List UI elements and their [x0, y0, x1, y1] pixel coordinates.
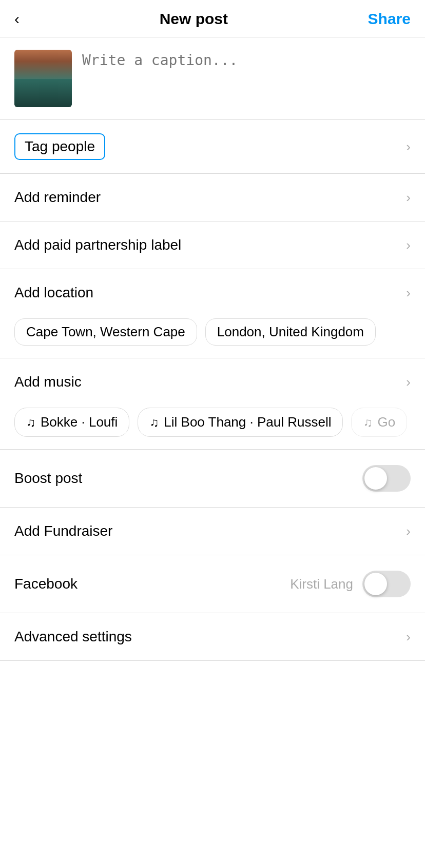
caption-area: [0, 37, 425, 120]
music-chip-bokke-label: Bokke · Loufi: [41, 414, 118, 430]
location-chip-cape-town-label: Cape Town, Western Cape: [26, 324, 185, 340]
advanced-settings-row[interactable]: Advanced settings ›: [0, 613, 425, 661]
music-chip-third[interactable]: ♫ Go: [351, 408, 407, 437]
facebook-user: Kirsti Lang: [290, 576, 353, 592]
tag-people-label: Tag people: [25, 138, 95, 154]
tag-people-box: Tag people: [14, 133, 105, 160]
add-fundraiser-chevron: ›: [406, 523, 411, 539]
facebook-right: Kirsti Lang: [290, 571, 411, 597]
music-chips-container: ♫ Bokke · Loufi ♫ Lil Boo Thang · Paul R…: [0, 399, 425, 450]
add-paid-partnership-label: Add paid partnership label: [14, 237, 181, 253]
boost-post-label: Boost post: [14, 470, 82, 487]
music-chip-third-label: Go: [377, 414, 395, 430]
tag-people-chevron: ›: [406, 139, 411, 155]
location-chip-london-label: London, United Kingdom: [217, 324, 364, 340]
add-music-row[interactable]: Add music ›: [0, 358, 425, 399]
add-fundraiser-label: Add Fundraiser: [14, 523, 112, 539]
music-note-icon-lil-boo: ♫: [149, 415, 159, 430]
add-location-chevron: ›: [406, 285, 411, 301]
music-note-icon-bokke: ♫: [26, 415, 35, 430]
music-note-icon-third: ♫: [363, 415, 372, 430]
add-reminder-label: Add reminder: [14, 189, 101, 206]
boost-post-toggle[interactable]: [362, 465, 411, 492]
thumbnail-image: [14, 50, 72, 107]
caption-input[interactable]: [82, 50, 411, 103]
add-location-row[interactable]: Add location ›: [0, 269, 425, 310]
add-location-label: Add location: [14, 285, 93, 301]
location-chip-cape-town[interactable]: Cape Town, Western Cape: [14, 318, 197, 346]
add-music-chevron: ›: [406, 374, 411, 390]
share-button[interactable]: Share: [368, 10, 411, 28]
music-chip-bokke[interactable]: ♫ Bokke · Loufi: [14, 408, 129, 437]
facebook-toggle-thumb: [364, 573, 387, 595]
toggle-thumb: [364, 467, 387, 490]
music-chip-lil-boo[interactable]: ♫ Lil Boo Thang · Paul Russell: [138, 408, 343, 437]
page-title: New post: [160, 10, 228, 28]
advanced-settings-chevron: ›: [406, 629, 411, 645]
add-reminder-row[interactable]: Add reminder ›: [0, 174, 425, 221]
add-paid-partnership-row[interactable]: Add paid partnership label ›: [0, 221, 425, 269]
location-chips-container: Cape Town, Western Cape London, United K…: [0, 310, 425, 358]
facebook-row[interactable]: Facebook Kirsti Lang: [0, 555, 425, 613]
header: ‹ New post Share: [0, 0, 425, 37]
music-chip-lil-boo-label: Lil Boo Thang · Paul Russell: [164, 414, 331, 430]
add-music-label: Add music: [14, 374, 82, 390]
back-button[interactable]: ‹: [14, 11, 20, 27]
add-fundraiser-row[interactable]: Add Fundraiser ›: [0, 508, 425, 555]
location-chip-london[interactable]: London, United Kingdom: [205, 318, 376, 346]
tag-people-row[interactable]: Tag people ›: [0, 120, 425, 174]
facebook-label: Facebook: [14, 576, 78, 592]
advanced-settings-label: Advanced settings: [14, 629, 132, 645]
boost-post-row[interactable]: Boost post: [0, 450, 425, 508]
post-thumbnail: [14, 50, 72, 107]
add-reminder-chevron: ›: [406, 190, 411, 206]
facebook-toggle[interactable]: [362, 571, 411, 597]
add-paid-partnership-chevron: ›: [406, 237, 411, 253]
